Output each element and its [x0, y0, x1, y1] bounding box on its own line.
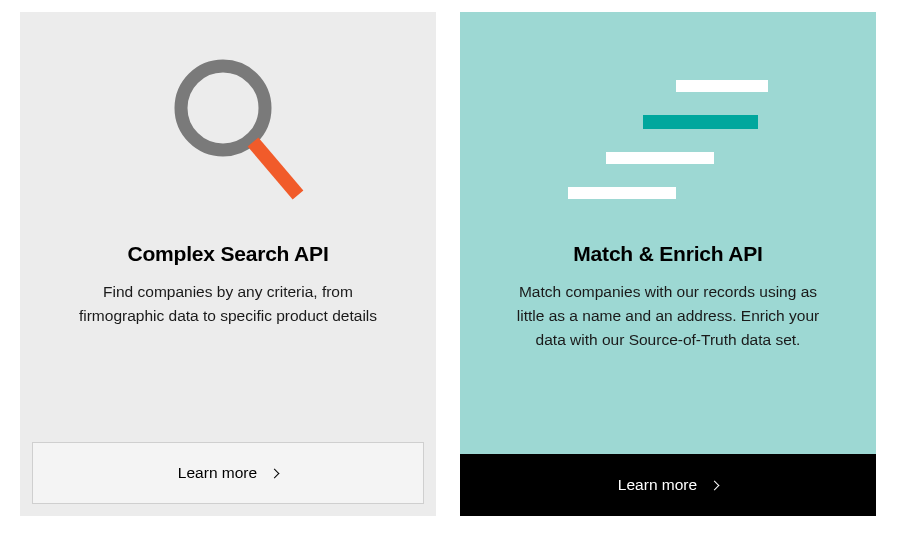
- cards-container: Complex Search API Find companies by any…: [0, 0, 898, 528]
- card-match-enrich: Match & Enrich API Match companies with …: [460, 12, 876, 516]
- card-complex-search: Complex Search API Find companies by any…: [20, 12, 436, 516]
- card-title: Complex Search API: [127, 242, 328, 266]
- svg-point-0: [181, 66, 265, 150]
- svg-rect-4: [606, 152, 714, 164]
- svg-rect-3: [643, 115, 758, 129]
- magnifying-glass-icon: [148, 50, 308, 224]
- chevron-right-icon: [270, 468, 280, 478]
- card-description: Match companies with our records using a…: [510, 280, 826, 352]
- button-label: Learn more: [178, 464, 257, 482]
- svg-rect-5: [568, 187, 676, 199]
- card-icon-area: [20, 12, 436, 242]
- svg-line-1: [253, 142, 298, 195]
- staggered-bars-icon: [558, 50, 778, 214]
- learn-more-button[interactable]: Learn more: [460, 454, 876, 516]
- chevron-right-icon: [710, 480, 720, 490]
- learn-more-button[interactable]: Learn more: [32, 442, 424, 504]
- card-description: Find companies by any criteria, from fir…: [70, 280, 386, 328]
- card-icon-area: [460, 12, 876, 242]
- svg-rect-2: [676, 80, 768, 92]
- button-label: Learn more: [618, 476, 697, 494]
- card-title: Match & Enrich API: [573, 242, 762, 266]
